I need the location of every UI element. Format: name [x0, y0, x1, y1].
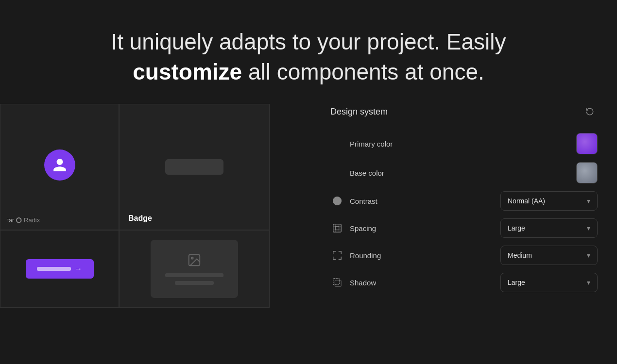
spacing-icon	[330, 221, 344, 235]
chevron-down-icon-2: ▾	[587, 224, 590, 232]
hero-line1: It uniquely adapts to your project. Easi…	[111, 29, 506, 54]
image-card	[119, 230, 270, 308]
spacing-dropdown[interactable]: Large ▾	[500, 218, 598, 238]
cards-area: tar Radix Badge →	[0, 104, 291, 308]
svg-rect-5	[333, 279, 340, 285]
badge-preview	[165, 159, 223, 175]
badge-card-label: Badge	[128, 214, 152, 223]
contrast-row: Contrast Normal (AA) ▾	[330, 191, 598, 211]
spacing-label: Spacing	[350, 224, 495, 232]
image-frame	[151, 240, 238, 298]
base-color-swatch[interactable]	[576, 162, 598, 183]
svg-rect-6	[335, 281, 341, 287]
button-card: →	[0, 230, 119, 308]
base-color-label: Base color	[350, 169, 570, 177]
hero-bold: customize	[133, 59, 242, 84]
avatar-card-label: tar Radix	[7, 216, 40, 224]
image-bar-2	[175, 281, 214, 285]
rounding-svg	[332, 250, 343, 261]
user-icon	[52, 157, 68, 173]
radix-logo: Radix	[16, 216, 40, 224]
base-color-row: Base color	[330, 162, 598, 183]
rounding-value: Medium	[508, 251, 532, 259]
shadow-row: Shadow Large ▾	[330, 273, 598, 292]
hero-line2-plain: all components at once.	[242, 59, 484, 84]
svg-point-1	[191, 257, 193, 259]
avatar	[44, 149, 75, 181]
radix-label-text: Radix	[24, 216, 40, 224]
hero-section: It uniquely adapts to your project. Easi…	[0, 0, 617, 104]
button-text-bar	[37, 267, 71, 271]
avatar-card: tar Radix	[0, 104, 119, 230]
panel-title: Design system	[330, 107, 388, 117]
design-panel: Design system Primary color Base color	[291, 104, 617, 308]
shadow-svg	[332, 277, 343, 288]
image-bar-1	[165, 273, 223, 277]
contrast-dropdown[interactable]: Normal (AA) ▾	[500, 191, 598, 211]
contrast-value: Normal (AA)	[508, 197, 545, 205]
shadow-label: Shadow	[350, 279, 495, 287]
primary-color-swatch[interactable]	[576, 133, 598, 154]
contrast-svg	[332, 196, 343, 206]
card-label-text: tar	[7, 217, 14, 224]
photo-icon	[187, 253, 202, 267]
rounding-row: Rounding Medium ▾	[330, 246, 598, 265]
contrast-icon	[330, 194, 344, 208]
radix-icon	[16, 217, 22, 223]
chevron-down-icon-3: ▾	[587, 251, 590, 259]
main-layout: tar Radix Badge →	[0, 104, 617, 308]
arrow-icon: →	[75, 265, 83, 273]
rounding-dropdown[interactable]: Medium ▾	[500, 246, 598, 265]
shadow-dropdown[interactable]: Large ▾	[500, 273, 598, 292]
primary-color-row: Primary color	[330, 133, 598, 154]
rounding-icon	[330, 248, 344, 262]
spacing-svg	[332, 223, 343, 233]
panel-header: Design system	[330, 104, 598, 119]
reset-button[interactable]	[582, 104, 598, 119]
reset-icon	[585, 107, 594, 116]
contrast-label: Contrast	[350, 197, 495, 205]
button-preview: →	[26, 259, 94, 279]
badge-card: Badge	[119, 104, 270, 230]
spacing-value: Large	[508, 224, 525, 232]
svg-rect-4	[333, 224, 342, 232]
spacing-row: Spacing Large ▾	[330, 218, 598, 238]
image-icon	[187, 253, 202, 269]
chevron-down-icon: ▾	[587, 197, 590, 205]
hero-title: It uniquely adapts to your project. Easi…	[0, 27, 617, 87]
chevron-down-icon-4: ▾	[587, 279, 590, 286]
primary-color-label: Primary color	[350, 140, 570, 148]
shadow-value: Large	[508, 279, 525, 286]
shadow-icon	[330, 276, 344, 289]
rounding-label: Rounding	[350, 251, 495, 260]
